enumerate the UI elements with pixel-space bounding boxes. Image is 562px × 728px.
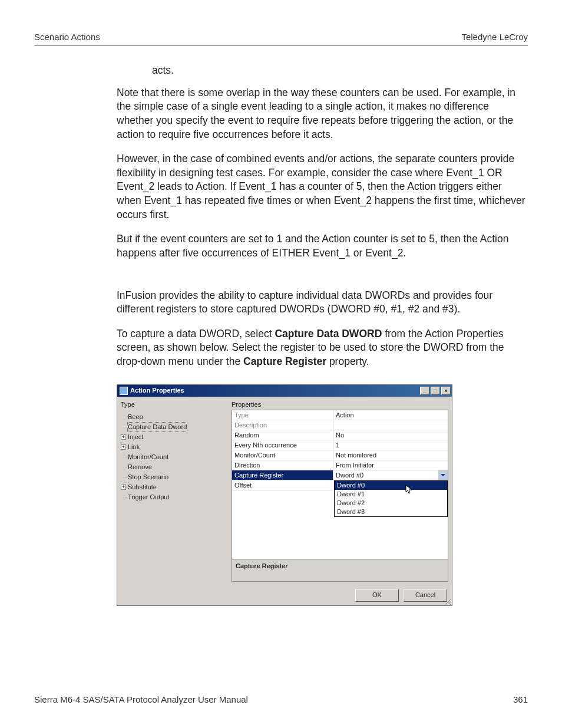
property-description-title: Capture Register	[236, 562, 288, 569]
cancel-button[interactable]: Cancel	[404, 589, 447, 602]
dropdown-button[interactable]	[438, 470, 448, 480]
prop-row-capture-register[interactable]: Capture Register Dword #0	[232, 470, 448, 480]
p5-bold-1: Capture Data DWORD	[275, 328, 382, 340]
prop-key: Capture Register	[232, 470, 333, 480]
prop-key: Offset	[232, 480, 333, 490]
expand-icon[interactable]: +	[121, 434, 126, 440]
prop-row-random[interactable]: Random No	[232, 430, 448, 440]
dropdown-option-dword2[interactable]: Dword #2	[335, 499, 447, 508]
header-left: Scenario Actions	[34, 32, 100, 42]
resize-grip-icon[interactable]	[444, 598, 451, 605]
tree-item-inject[interactable]: +Inject	[128, 432, 232, 442]
capture-register-dropdown[interactable]: Dword #0 Dword #1 Dword #2 Dword #3	[334, 480, 448, 517]
dropdown-option-dword1[interactable]: Dword #1	[335, 490, 447, 499]
prop-val: 1	[333, 440, 448, 450]
prop-row-description[interactable]: Description	[232, 420, 448, 430]
prop-val: Not monitored	[333, 450, 448, 460]
dialog-title: Action Properties	[130, 386, 184, 395]
prop-val: No	[333, 430, 448, 440]
footer-left: Sierra M6-4 SAS/SATA Protocol Analyzer U…	[34, 694, 248, 704]
maximize-button[interactable]: □	[431, 387, 440, 395]
expand-icon[interactable]: +	[121, 444, 126, 450]
header-right: Teledyne LeCroy	[461, 32, 528, 42]
prop-key: Description	[232, 420, 333, 430]
tree-item-monitor-count[interactable]: Monitor/Count	[128, 452, 232, 462]
tree-item-link[interactable]: +Link	[128, 442, 232, 452]
cursor-icon	[405, 485, 414, 495]
paragraph-3: But if the event counters are set to 1 a…	[117, 232, 528, 260]
property-description-box: Capture Register	[232, 559, 448, 582]
tree-item-substitute[interactable]: +Substitute	[128, 482, 232, 492]
footer-page-number: 361	[513, 694, 528, 704]
prop-row-direction[interactable]: Direction From Initiator	[232, 460, 448, 470]
action-properties-dialog: Action Properties _ □ × Type Beep Captur…	[117, 384, 452, 606]
capture-register-value: Dword #0	[336, 472, 363, 479]
prop-val	[333, 420, 448, 430]
prop-row-type[interactable]: Type Action	[232, 410, 448, 420]
prop-key: Every Nth occurrence	[232, 440, 333, 450]
dropdown-option-dword3[interactable]: Dword #3	[335, 508, 447, 516]
type-tree: Beep Capture Data Dword +Inject +Link Mo…	[121, 410, 232, 502]
tree-item-capture-data-dword[interactable]: Capture Data Dword	[128, 422, 232, 432]
prop-val: From Initiator	[333, 460, 448, 470]
prop-key: Monitor/Count	[232, 450, 333, 460]
tree-item-trigger-output[interactable]: Trigger Output	[128, 492, 232, 502]
page-header: Scenario Actions Teledyne LeCroy	[34, 32, 528, 45]
prop-row-monitor-count[interactable]: Monitor/Count Not monitored	[232, 450, 448, 460]
p5-bold-2: Capture Register	[243, 355, 326, 367]
p5-run-e: property.	[326, 355, 369, 367]
paragraph-1: Note that there is some overlap in the w…	[117, 86, 528, 142]
prop-row-every-nth[interactable]: Every Nth occurrence 1	[232, 440, 448, 450]
minimize-button[interactable]: _	[420, 387, 429, 395]
paragraph-2: However, in the case of combined events …	[117, 152, 528, 222]
prop-key: Random	[232, 430, 333, 440]
tree-item-remove[interactable]: Remove	[128, 462, 232, 472]
paragraph-4: InFusion provides the ability to capture…	[117, 289, 528, 317]
prop-key: Type	[232, 410, 333, 420]
ok-button[interactable]: OK	[355, 589, 399, 602]
dropdown-option-dword0[interactable]: Dword #0	[335, 481, 447, 490]
body-text: acts. Note that there is some overlap in…	[34, 64, 528, 606]
type-section-label: Type	[121, 400, 232, 410]
prop-val[interactable]: Dword #0	[333, 470, 448, 480]
svg-line-2	[450, 604, 451, 605]
p5-run-a: To capture a data DWORD, select	[117, 328, 275, 340]
properties-grid: Type Action Description Random No Eve	[232, 410, 448, 559]
dialog-titlebar[interactable]: Action Properties _ □ ×	[117, 385, 452, 397]
paragraph-5: To capture a data DWORD, select Capture …	[117, 327, 528, 369]
page-footer: Sierra M6-4 SAS/SATA Protocol Analyzer U…	[34, 694, 528, 704]
app-icon	[120, 387, 128, 395]
fragment-line: acts.	[117, 64, 528, 78]
tree-item-beep[interactable]: Beep	[128, 412, 232, 422]
properties-section-label: Properties	[232, 400, 448, 410]
prop-val: Action	[333, 410, 448, 420]
close-button[interactable]: ×	[441, 387, 451, 395]
prop-key: Direction	[232, 460, 333, 470]
tree-item-stop-scenario[interactable]: Stop Scenario	[128, 472, 232, 482]
header-rule	[34, 45, 528, 46]
expand-icon[interactable]: +	[121, 485, 126, 490]
